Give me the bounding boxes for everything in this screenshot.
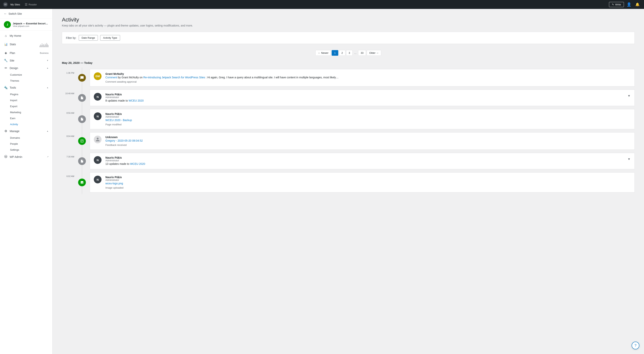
stats-mini-chart	[40, 42, 48, 47]
manage-submenu: Domains People Settings	[0, 135, 52, 153]
profile-icon: 👤	[626, 2, 632, 7]
activity-subtext: Page modified	[106, 123, 628, 126]
sidebar-item-export[interactable]: Export	[10, 103, 52, 109]
activity-card: N Nauris Pūķis Administrator WCEU 2020 -…	[90, 109, 635, 129]
timeline-icon-column	[77, 68, 87, 88]
sidebar-item-design[interactable]: ✏ Design ▲	[0, 64, 52, 72]
switch-site-button[interactable]: ← Switch Site	[0, 9, 52, 19]
write-label: Write	[615, 3, 621, 6]
reader-label: Reader	[28, 3, 37, 6]
reader-icon: ☰	[25, 3, 28, 6]
post-link[interactable]: Re-introducing Jetpack Search for WordPr…	[143, 76, 205, 79]
timeline-icon-column	[77, 131, 87, 151]
wceu-link2[interactable]: WCEU 2020	[130, 162, 145, 166]
activity-text: 8 updates made to WCEU 2020	[106, 99, 625, 103]
timeline-line-bottom	[82, 165, 82, 171]
date-range-label: Date Range	[82, 36, 95, 39]
newer-button[interactable]: ← Newer	[316, 50, 331, 56]
sidebar-item-customize[interactable]: Customize	[10, 72, 52, 78]
activity-avatar-nauris: N	[94, 93, 102, 100]
page-1-label: 1	[334, 52, 336, 54]
sidebar-item-themes[interactable]: Themes	[10, 78, 52, 84]
page-2-button[interactable]: 2	[339, 50, 346, 56]
sidebar-item-earn[interactable]: Earn	[10, 115, 52, 121]
tools-chevron-icon: ▲	[46, 86, 48, 88]
feedback-link[interactable]: Gregory - 2020-05-20 08:04:52	[106, 139, 143, 142]
profile-button[interactable]: 👤	[626, 1, 632, 8]
sidebar-item-manage[interactable]: ⚙ Manage ▲	[0, 127, 52, 135]
sidebar-item-plan[interactable]: ◈ Plan Business	[0, 49, 52, 57]
sidebar-item-plugins[interactable]: Plugins	[10, 91, 52, 97]
design-label: Design	[10, 66, 45, 70]
activity-subtext: Image uploaded	[106, 186, 628, 189]
sidebar-item-stats[interactable]: 📊 Stats	[0, 40, 52, 49]
bell-icon: 🔔	[635, 2, 640, 6]
plan-label: Plan	[10, 52, 38, 54]
activity-text: 13 updates made to WCEU 2020	[106, 162, 625, 166]
activity-user-name: Unknown	[106, 136, 628, 139]
activity-user-role: Administrator	[106, 159, 625, 162]
date-range-filter-button[interactable]: Date Range	[79, 35, 98, 40]
reader-button[interactable]: ☰ Reader	[23, 2, 39, 8]
timeline-item: 10:48 AM N Nauris Pūķis Administrator 8 …	[62, 88, 635, 108]
sidebar-item-people[interactable]: People	[10, 141, 52, 147]
sidebar-item-wp-admin[interactable]: Ⓦ WP Admin ↗	[0, 153, 52, 161]
sidebar-item-activity[interactable]: Activity	[10, 121, 52, 127]
sidebar-item-my-home[interactable]: ⌂ My Home	[0, 32, 52, 40]
write-button[interactable]: ✎ Write	[609, 2, 624, 7]
sidebar: ← Switch Site J Jetpack — Essential Secu…	[0, 9, 52, 354]
stats-icon: 📊	[4, 43, 8, 46]
notifications-button[interactable]: 🔔	[634, 1, 641, 8]
wceu-link[interactable]: WCEU 2020	[128, 99, 144, 102]
my-sites-button[interactable]: My Sites	[8, 2, 22, 7]
older-label: Older →	[369, 52, 378, 54]
help-button[interactable]: ?	[632, 342, 639, 349]
newer-label: ← Newer	[318, 52, 328, 54]
comment-link[interactable]: Comment	[106, 76, 117, 79]
activity-type-filter-button[interactable]: Activity Type	[100, 35, 120, 40]
activity-user-name: Grant McNulty	[106, 72, 628, 76]
sidebar-item-domains[interactable]: Domains	[10, 135, 52, 141]
sidebar-item-site[interactable]: 🔧 Site ▼	[0, 57, 52, 64]
sidebar-item-tools[interactable]: 🔩 Tools ▲	[0, 84, 52, 91]
activity-avatar-nauris4: N	[94, 176, 102, 184]
expand-button[interactable]: ▾	[627, 156, 631, 162]
site-nav-label: Site	[10, 59, 45, 62]
page-3-label: 3	[349, 52, 350, 54]
activity-content: Nauris Pūķis Administrator 8 updates mad…	[106, 93, 625, 103]
older-button[interactable]: Older →	[367, 50, 381, 56]
timeline-line-top	[82, 131, 82, 137]
site-details: Jetpack — Essential Security & View jetp…	[13, 22, 48, 27]
wp-admin-icon: Ⓦ	[4, 155, 8, 159]
page-3-button[interactable]: 3	[346, 50, 352, 56]
timeline-line-bottom	[82, 145, 82, 151]
sidebar-item-marketing[interactable]: Marketing	[10, 109, 52, 115]
design-chevron-icon: ▲	[46, 67, 48, 69]
timeline-item: 7:30 AM N Nauris Pūķis Administrator 13 …	[62, 151, 635, 171]
timeline-line-top	[82, 108, 82, 115]
activity-card: N Nauris Pūķis Administrator 13 updates …	[90, 153, 635, 169]
logo-link[interactable]: wceu-logo.png	[106, 182, 123, 185]
expand-button[interactable]: ▾	[627, 93, 631, 99]
activity-time: 6:02 AM	[62, 171, 77, 194]
timeline-item: 8:04 AM Unknown Gregory - 2020-	[62, 131, 635, 151]
page-33-label: 33	[361, 52, 364, 54]
wceu-backup-link[interactable]: WCEU 2020 - Backup	[106, 118, 132, 122]
timeline-icon-column	[77, 108, 87, 131]
page-2-label: 2	[342, 52, 343, 54]
top-navigation: W My Sites ☰ Reader ✎ Write 👤 🔔	[0, 0, 644, 9]
sidebar-item-settings[interactable]: Settings	[10, 147, 52, 153]
page-1-button[interactable]: 1	[332, 50, 338, 56]
activity-user-role: Administrator	[106, 116, 628, 118]
manage-label: Manage	[10, 130, 45, 133]
top-nav-left: W My Sites ☰ Reader	[3, 2, 608, 8]
top-nav-right: ✎ Write 👤 🔔	[609, 1, 641, 8]
stats-label: Stats	[10, 43, 38, 46]
timeline-line-bottom	[82, 102, 82, 108]
activity-text-middle: by Grant McNulty on	[118, 76, 144, 79]
activity-icon-image	[78, 178, 86, 186]
switch-site-label: Switch Site	[8, 12, 22, 15]
activity-text: Gregory - 2020-05-20 08:04:52	[106, 139, 628, 143]
page-33-button[interactable]: 33	[358, 50, 366, 56]
sidebar-item-import[interactable]: Import	[10, 97, 52, 103]
